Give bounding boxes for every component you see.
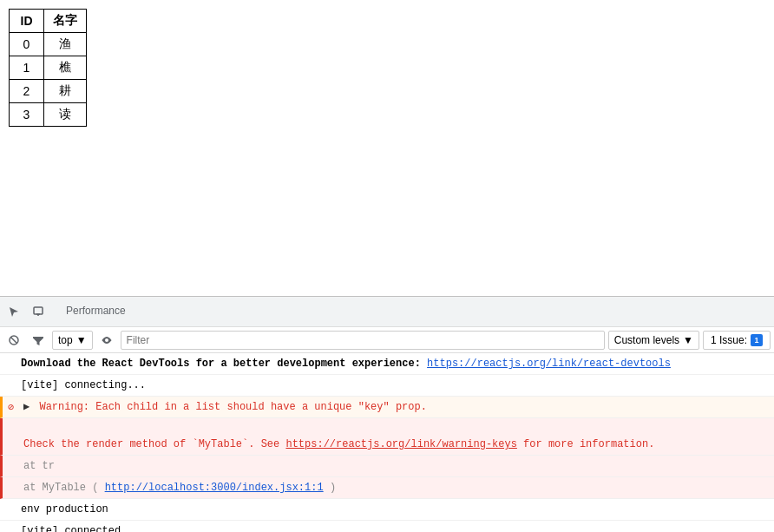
table-row: 0渔 (10, 33, 87, 56)
error-warning-keys-link[interactable]: https://reactjs.org/link/warning-keys (285, 438, 516, 450)
filter-input[interactable] (121, 331, 605, 350)
eye-icon-button[interactable] (96, 330, 117, 351)
issues-count-label: 1 Issue: (711, 334, 747, 346)
devtools-panel: ElementsConsoleSourcesNetworkPerformance… (0, 296, 774, 532)
context-label: top (58, 334, 73, 346)
cell-id: 2 (10, 80, 44, 103)
devtools-tabs-bar: ElementsConsoleSourcesNetworkPerformance… (0, 297, 774, 327)
connected-text: [vite] connected (21, 525, 121, 532)
tabs-container: ElementsConsoleSourcesNetworkPerformance… (56, 297, 136, 327)
context-dropdown-arrow: ▼ (76, 334, 87, 346)
connecting-text: [vite] connecting... (21, 379, 146, 391)
error-at-tr-text: at tr (23, 460, 55, 472)
console-toolbar: top ▼ Custom levels ▼ 1 Issue: 1 (0, 327, 774, 353)
table-row: 3读 (10, 103, 87, 127)
devtools-tab-icons (3, 301, 49, 322)
cell-id: 3 (10, 103, 44, 127)
console-line-connected: [vite] connected (0, 521, 774, 532)
error-at-mytable-prefix: at MyTable ( (23, 482, 98, 494)
table-row: 1樵 (10, 56, 87, 80)
devtools-download-text: Download the React DevTools for a better… (21, 358, 421, 370)
console-line-error-detail: Check the render method of `MyTable`. Se… (0, 418, 774, 456)
issues-icon: 1 (751, 334, 763, 346)
col-header-id: ID (10, 10, 44, 33)
cursor-icon[interactable] (3, 301, 24, 322)
custom-levels-label: Custom levels (614, 334, 679, 346)
error-mytable-link[interactable]: http://localhost:3000/index.jsx:1:1 (105, 482, 324, 494)
console-output: Download the React DevTools for a better… (0, 353, 774, 532)
error-at-mytable-end: ) (330, 482, 336, 494)
cell-name: 读 (44, 103, 87, 127)
devtools-download-link[interactable]: https://reactjs.org/link/react-devtools (427, 358, 671, 370)
clear-console-button[interactable] (3, 330, 24, 351)
cell-name: 耕 (44, 80, 87, 103)
console-line-error-at-mytable: at MyTable ( http://localhost:3000/index… (0, 477, 774, 499)
cell-name: 樵 (44, 56, 87, 80)
col-header-name: 名字 (44, 10, 87, 33)
tab-performance[interactable]: Performance (56, 297, 136, 327)
env-text: env production (21, 503, 108, 516)
cell-id: 1 (10, 56, 44, 80)
warning-expand-arrow[interactable]: ▶ (23, 399, 30, 415)
console-line-warning: ⊘ ▶ Warning: Each child in a list should… (0, 397, 774, 418)
cell-name: 渔 (44, 33, 87, 56)
error-check-text: Check the render method of `MyTable`. Se… (23, 438, 285, 450)
console-line-connecting: [vite] connecting... (0, 375, 774, 397)
warning-text: Warning: Each child in a list should hav… (39, 401, 426, 413)
issues-badge[interactable]: 1 Issue: 1 (703, 331, 771, 350)
console-line-devtools: Download the React DevTools for a better… (0, 353, 774, 375)
table-row: 2耕 (10, 80, 87, 103)
context-selector[interactable]: top ▼ (52, 331, 93, 350)
console-line-error-at-tr: at tr (0, 456, 774, 477)
data-table: ID 名字 0渔1樵2耕3读 (9, 9, 87, 127)
custom-levels-arrow: ▼ (683, 334, 693, 346)
page-content: ID 名字 0渔1樵2耕3读 (0, 0, 774, 295)
svg-line-4 (11, 337, 17, 343)
svg-rect-0 (34, 307, 43, 314)
error-circle-icon: ⊘ (8, 400, 14, 416)
error-for-more-text: for more information. (523, 438, 654, 450)
console-line-env: env production (0, 499, 774, 521)
device-icon[interactable] (28, 301, 49, 322)
cell-id: 0 (10, 33, 44, 56)
custom-levels-button[interactable]: Custom levels ▼ (608, 331, 699, 350)
filter-icon[interactable] (28, 330, 49, 351)
